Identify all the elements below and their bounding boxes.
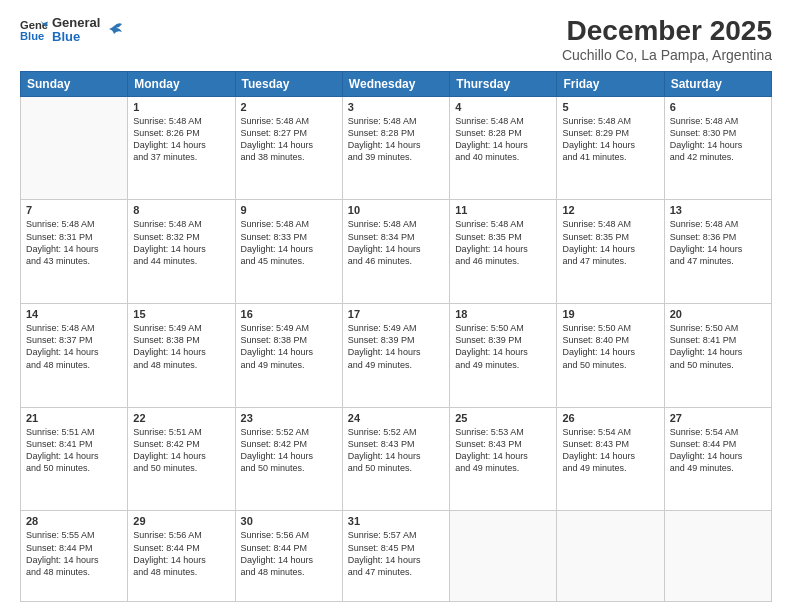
calendar-cell: 2Sunrise: 5:48 AM Sunset: 8:27 PM Daylig…: [235, 96, 342, 200]
day-number: 28: [26, 515, 122, 527]
day-info: Sunrise: 5:48 AM Sunset: 8:30 PM Dayligh…: [670, 115, 766, 164]
day-number: 4: [455, 101, 551, 113]
calendar-cell: 19Sunrise: 5:50 AM Sunset: 8:40 PM Dayli…: [557, 304, 664, 408]
day-number: 21: [26, 412, 122, 424]
calendar-cell: 21Sunrise: 5:51 AM Sunset: 8:41 PM Dayli…: [21, 407, 128, 511]
calendar-cell: 17Sunrise: 5:49 AM Sunset: 8:39 PM Dayli…: [342, 304, 449, 408]
day-info: Sunrise: 5:52 AM Sunset: 8:43 PM Dayligh…: [348, 426, 444, 475]
day-info: Sunrise: 5:48 AM Sunset: 8:35 PM Dayligh…: [455, 218, 551, 267]
calendar-cell: [557, 511, 664, 602]
calendar-cell: 10Sunrise: 5:48 AM Sunset: 8:34 PM Dayli…: [342, 200, 449, 304]
day-number: 23: [241, 412, 337, 424]
day-info: Sunrise: 5:56 AM Sunset: 8:44 PM Dayligh…: [241, 529, 337, 578]
calendar-cell: 6Sunrise: 5:48 AM Sunset: 8:30 PM Daylig…: [664, 96, 771, 200]
day-number: 22: [133, 412, 229, 424]
calendar-cell: 8Sunrise: 5:48 AM Sunset: 8:32 PM Daylig…: [128, 200, 235, 304]
day-number: 27: [670, 412, 766, 424]
day-info: Sunrise: 5:48 AM Sunset: 8:26 PM Dayligh…: [133, 115, 229, 164]
svg-text:Blue: Blue: [20, 31, 44, 43]
day-number: 20: [670, 308, 766, 320]
calendar-cell: 30Sunrise: 5:56 AM Sunset: 8:44 PM Dayli…: [235, 511, 342, 602]
weekday-header-sunday: Sunday: [21, 71, 128, 96]
day-info: Sunrise: 5:53 AM Sunset: 8:43 PM Dayligh…: [455, 426, 551, 475]
calendar-cell: 27Sunrise: 5:54 AM Sunset: 8:44 PM Dayli…: [664, 407, 771, 511]
calendar-cell: 9Sunrise: 5:48 AM Sunset: 8:33 PM Daylig…: [235, 200, 342, 304]
weekday-header-monday: Monday: [128, 71, 235, 96]
day-info: Sunrise: 5:48 AM Sunset: 8:32 PM Dayligh…: [133, 218, 229, 267]
header: General Blue General Blue December 2025 …: [20, 16, 772, 63]
day-info: Sunrise: 5:52 AM Sunset: 8:42 PM Dayligh…: [241, 426, 337, 475]
day-info: Sunrise: 5:48 AM Sunset: 8:36 PM Dayligh…: [670, 218, 766, 267]
calendar-cell: 5Sunrise: 5:48 AM Sunset: 8:29 PM Daylig…: [557, 96, 664, 200]
day-number: 6: [670, 101, 766, 113]
day-info: Sunrise: 5:48 AM Sunset: 8:29 PM Dayligh…: [562, 115, 658, 164]
day-number: 1: [133, 101, 229, 113]
calendar-cell: 4Sunrise: 5:48 AM Sunset: 8:28 PM Daylig…: [450, 96, 557, 200]
calendar-cell: 20Sunrise: 5:50 AM Sunset: 8:41 PM Dayli…: [664, 304, 771, 408]
logo-line2: Blue: [52, 30, 100, 44]
day-number: 15: [133, 308, 229, 320]
calendar-cell: 25Sunrise: 5:53 AM Sunset: 8:43 PM Dayli…: [450, 407, 557, 511]
main-title: December 2025: [562, 16, 772, 47]
day-info: Sunrise: 5:50 AM Sunset: 8:39 PM Dayligh…: [455, 322, 551, 371]
day-number: 8: [133, 204, 229, 216]
day-info: Sunrise: 5:48 AM Sunset: 8:28 PM Dayligh…: [455, 115, 551, 164]
calendar-week-row: 14Sunrise: 5:48 AM Sunset: 8:37 PM Dayli…: [21, 304, 772, 408]
weekday-header-row: SundayMondayTuesdayWednesdayThursdayFrid…: [21, 71, 772, 96]
day-number: 3: [348, 101, 444, 113]
title-block: December 2025 Cuchillo Co, La Pampa, Arg…: [562, 16, 772, 63]
calendar-cell: 1Sunrise: 5:48 AM Sunset: 8:26 PM Daylig…: [128, 96, 235, 200]
day-number: 31: [348, 515, 444, 527]
weekday-header-saturday: Saturday: [664, 71, 771, 96]
calendar-week-row: 1Sunrise: 5:48 AM Sunset: 8:26 PM Daylig…: [21, 96, 772, 200]
weekday-header-friday: Friday: [557, 71, 664, 96]
page: General Blue General Blue December 2025 …: [0, 0, 792, 612]
day-info: Sunrise: 5:48 AM Sunset: 8:27 PM Dayligh…: [241, 115, 337, 164]
day-info: Sunrise: 5:56 AM Sunset: 8:44 PM Dayligh…: [133, 529, 229, 578]
calendar-cell: [664, 511, 771, 602]
calendar-cell: 29Sunrise: 5:56 AM Sunset: 8:44 PM Dayli…: [128, 511, 235, 602]
day-number: 12: [562, 204, 658, 216]
logo-bird-icon: [104, 20, 124, 40]
day-number: 16: [241, 308, 337, 320]
day-info: Sunrise: 5:48 AM Sunset: 8:37 PM Dayligh…: [26, 322, 122, 371]
calendar-cell: 3Sunrise: 5:48 AM Sunset: 8:28 PM Daylig…: [342, 96, 449, 200]
calendar-cell: 7Sunrise: 5:48 AM Sunset: 8:31 PM Daylig…: [21, 200, 128, 304]
weekday-header-wednesday: Wednesday: [342, 71, 449, 96]
day-number: 10: [348, 204, 444, 216]
day-info: Sunrise: 5:51 AM Sunset: 8:41 PM Dayligh…: [26, 426, 122, 475]
day-info: Sunrise: 5:55 AM Sunset: 8:44 PM Dayligh…: [26, 529, 122, 578]
calendar-cell: 18Sunrise: 5:50 AM Sunset: 8:39 PM Dayli…: [450, 304, 557, 408]
calendar-cell: [21, 96, 128, 200]
calendar-week-row: 21Sunrise: 5:51 AM Sunset: 8:41 PM Dayli…: [21, 407, 772, 511]
day-number: 9: [241, 204, 337, 216]
calendar-cell: 16Sunrise: 5:49 AM Sunset: 8:38 PM Dayli…: [235, 304, 342, 408]
calendar-cell: 12Sunrise: 5:48 AM Sunset: 8:35 PM Dayli…: [557, 200, 664, 304]
calendar-cell: 23Sunrise: 5:52 AM Sunset: 8:42 PM Dayli…: [235, 407, 342, 511]
day-info: Sunrise: 5:49 AM Sunset: 8:39 PM Dayligh…: [348, 322, 444, 371]
subtitle: Cuchillo Co, La Pampa, Argentina: [562, 47, 772, 63]
day-info: Sunrise: 5:54 AM Sunset: 8:44 PM Dayligh…: [670, 426, 766, 475]
day-info: Sunrise: 5:50 AM Sunset: 8:41 PM Dayligh…: [670, 322, 766, 371]
logo-line1: General: [52, 16, 100, 30]
calendar-week-row: 7Sunrise: 5:48 AM Sunset: 8:31 PM Daylig…: [21, 200, 772, 304]
day-number: 24: [348, 412, 444, 424]
day-number: 13: [670, 204, 766, 216]
day-info: Sunrise: 5:48 AM Sunset: 8:33 PM Dayligh…: [241, 218, 337, 267]
day-info: Sunrise: 5:57 AM Sunset: 8:45 PM Dayligh…: [348, 529, 444, 578]
day-number: 7: [26, 204, 122, 216]
day-info: Sunrise: 5:48 AM Sunset: 8:28 PM Dayligh…: [348, 115, 444, 164]
day-number: 26: [562, 412, 658, 424]
day-info: Sunrise: 5:49 AM Sunset: 8:38 PM Dayligh…: [241, 322, 337, 371]
weekday-header-thursday: Thursday: [450, 71, 557, 96]
day-info: Sunrise: 5:48 AM Sunset: 8:35 PM Dayligh…: [562, 218, 658, 267]
calendar-cell: 14Sunrise: 5:48 AM Sunset: 8:37 PM Dayli…: [21, 304, 128, 408]
calendar-table: SundayMondayTuesdayWednesdayThursdayFrid…: [20, 71, 772, 602]
calendar-cell: 24Sunrise: 5:52 AM Sunset: 8:43 PM Dayli…: [342, 407, 449, 511]
day-number: 14: [26, 308, 122, 320]
day-number: 5: [562, 101, 658, 113]
calendar-cell: 13Sunrise: 5:48 AM Sunset: 8:36 PM Dayli…: [664, 200, 771, 304]
logo: General Blue General Blue: [20, 16, 124, 45]
day-number: 30: [241, 515, 337, 527]
calendar-cell: 22Sunrise: 5:51 AM Sunset: 8:42 PM Dayli…: [128, 407, 235, 511]
